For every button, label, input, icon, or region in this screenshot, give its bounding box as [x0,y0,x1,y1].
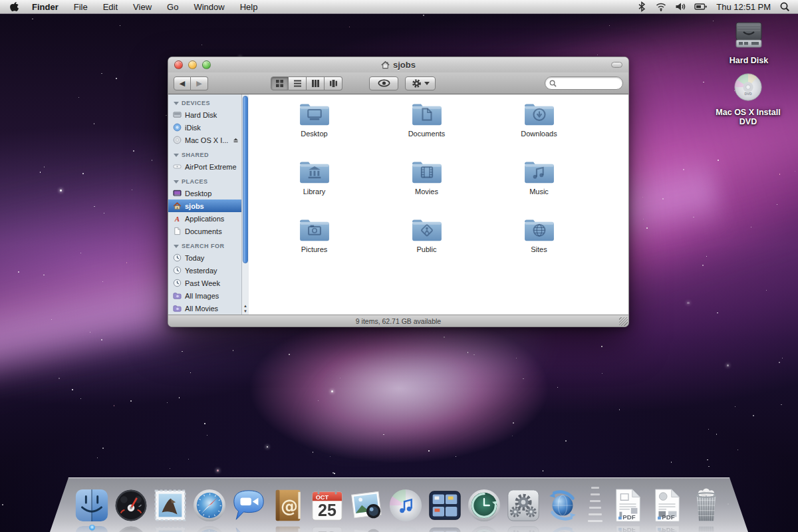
dock-safari-icon[interactable] [192,487,227,523]
sidebar-item-all-movies[interactable]: All Movies [168,302,241,315]
dock-ichat-icon[interactable] [231,487,267,523]
folder-icon-public [410,217,444,245]
window-title: sjobs [381,60,416,70]
dock-itunes-icon[interactable] [388,487,424,523]
zoom-button[interactable] [202,61,211,69]
folder-sites[interactable]: Sites [483,217,595,275]
menu-go[interactable]: Go [167,2,178,12]
action-menu-button[interactable] [405,76,436,90]
volume-icon[interactable] [675,1,686,12]
dock-mail-icon[interactable] [152,487,188,523]
quick-look-button[interactable] [369,76,398,90]
menu-help[interactable]: Help [240,2,258,12]
sidebar-section-header[interactable]: PLACES [168,173,241,187]
sidebar-section-header[interactable]: DEVICES [168,94,241,108]
folder-icon-movies [410,159,444,187]
sidebar-item-past-week[interactable]: Past Week [168,277,241,289]
folder-downloads[interactable]: Downloads [483,101,595,159]
sidebar-item-mac-os-x-i-[interactable]: Mac OS X I... [168,134,241,146]
sidebar-item-hard-disk[interactable]: Hard Disk [168,108,241,121]
list-view-icon [293,79,302,88]
disclosure-triangle-icon[interactable] [174,245,179,248]
disclosure-triangle-icon[interactable] [174,180,179,184]
dock-software-update-icon[interactable] [545,487,581,523]
menu-bar: FinderFileEditViewGoWindowHelp Thu 12:51… [0,0,798,14]
sidebar-item-yesterday[interactable]: Yesterday [168,264,241,277]
scrollbar-thumb[interactable] [243,96,248,263]
sidebar-section-header[interactable]: SEARCH FOR [168,237,241,251]
folder-label: Music [483,188,595,196]
hard-disk-icon [712,21,785,53]
battery-icon[interactable] [694,1,708,12]
minimize-button[interactable] [188,61,197,69]
svg-text:DVD: DVD [744,92,751,96]
apple-menu[interactable] [9,1,19,12]
folder-desktop[interactable]: Desktop [258,101,370,159]
menu-view[interactable]: View [133,2,152,12]
view-column-button[interactable] [307,76,325,90]
toolbar-toggle-button[interactable] [611,62,622,68]
back-button[interactable]: ◀ [174,76,191,90]
disclosure-triangle-icon[interactable] [174,102,179,105]
sidebar-item-sjobs[interactable]: sjobs [168,200,241,212]
resize-grip[interactable] [619,317,628,326]
sidebar-item-label: Today [185,254,204,262]
chevron-down-icon [424,82,430,85]
desktop-icon-hard-disk[interactable]: Hard Disk [712,21,785,65]
title-bar[interactable]: sjobs [168,57,628,72]
section-header-label: PLACES [182,178,208,185]
sidebar-item-documents[interactable]: Documents [168,225,241,237]
folder-music[interactable]: Music [483,159,595,217]
folder-movies[interactable]: Movies [370,159,483,217]
eject-icon[interactable] [232,136,239,144]
svg-text:A: A [174,215,180,223]
close-button[interactable] [174,61,183,69]
view-list-button[interactable] [289,76,307,90]
dock-iphoto-icon[interactable] [348,487,384,523]
folder-library[interactable]: Library [258,159,370,217]
dock-pdf-document-2-icon[interactable]: PDF [649,487,685,523]
sidebar-item-idisk[interactable]: iDisk [168,121,241,134]
dock-trash-icon[interactable] [688,487,724,523]
search-field[interactable] [545,76,623,90]
dock-spaces-icon[interactable] [427,487,463,523]
sidebar-item-applications[interactable]: AApplications [168,212,241,225]
menu-finder[interactable]: Finder [32,2,59,12]
desktop: Hard DiskDVDMac OS X Install DVD sjobs ◀… [0,0,798,532]
sidebar-item-today[interactable]: Today [168,251,241,264]
search-input[interactable] [559,79,618,87]
dock-system-preferences-icon[interactable] [505,487,541,523]
menu-bar-clock[interactable]: Thu 12:51 PM [716,2,771,12]
dock-ical-icon[interactable]: OCT25 [309,487,345,523]
dock-address-book-icon[interactable]: @ [270,487,306,523]
menu-edit[interactable]: Edit [103,2,118,12]
view-icon-button[interactable] [271,76,289,90]
sidebar-item-all-images[interactable]: All Images [168,289,241,302]
spotlight-icon[interactable] [779,1,790,12]
dock-pdf-document-1-icon[interactable]: PDF [610,487,646,523]
menu-file[interactable]: File [74,2,88,12]
sidebar-section-header[interactable]: SHARED [168,146,241,160]
folder-documents[interactable]: Documents [370,101,483,159]
forward-button[interactable]: ▶ [191,76,208,90]
search-icon [549,80,557,87]
folder-pictures[interactable]: Pictures [258,217,370,275]
sidebar-item-desktop[interactable]: Desktop [168,187,241,200]
bluetooth-icon[interactable] [636,1,647,12]
menu-window[interactable]: Window [194,2,224,12]
view-coverflow-button[interactable] [325,76,342,90]
desktop-icon-install-dvd[interactable]: DVDMac OS X Install DVD [712,72,785,126]
folder-label: Library [258,188,370,196]
wifi-icon[interactable] [656,1,666,12]
disclosure-triangle-icon[interactable] [174,154,179,157]
dock-dashboard-icon[interactable] [113,487,149,523]
svg-text:@: @ [281,496,298,516]
sidebar-item-airport-extreme[interactable]: AirPort Extreme [168,160,241,173]
applications-icon: A [173,214,182,223]
dock-time-machine-icon[interactable] [466,487,502,523]
dock-finder-icon[interactable] [74,487,110,523]
sidebar-scrollbar[interactable]: ▲▼ [241,94,249,315]
folder-public[interactable]: Public [370,217,483,275]
scrollbar-arrows[interactable]: ▲▼ [242,303,249,314]
folder-label: Pictures [258,245,370,253]
